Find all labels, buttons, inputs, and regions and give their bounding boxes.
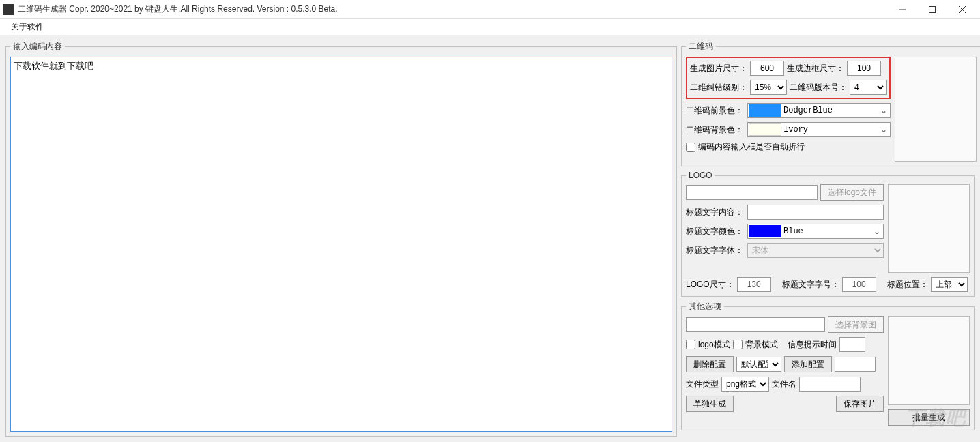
- title-font-size-input[interactable]: [842, 277, 876, 292]
- title-pos-label: 标题位置：: [887, 279, 928, 291]
- border-size-label: 生成边框尺寸：: [787, 63, 844, 74]
- wrap-checkbox-wrap[interactable]: 编码内容输入框是否自动折行: [686, 141, 805, 153]
- single-generate-button[interactable]: 单独生成: [686, 396, 734, 412]
- bg-color-swatch: [749, 123, 781, 136]
- logo-preview: [888, 184, 970, 273]
- qrcode-legend: 二维码: [686, 41, 716, 53]
- bg-color-label: 二维码背景色：: [686, 124, 745, 136]
- batch-generate-button[interactable]: 批量生成: [888, 409, 970, 426]
- msg-time-input[interactable]: [839, 337, 865, 352]
- save-image-button[interactable]: 保存图片: [836, 396, 884, 412]
- title-color-swatch: [749, 225, 781, 237]
- logo-path-input[interactable]: [686, 185, 818, 200]
- other-group: 其他选项 选择背景图 logo模式 背景模式: [681, 301, 975, 430]
- version-label: 二维码版本号：: [790, 82, 847, 93]
- title-font-select[interactable]: 宋体: [747, 243, 884, 258]
- chevron-down-icon: ⌄: [878, 125, 890, 134]
- wrap-checkbox[interactable]: [686, 143, 695, 152]
- title-font-label: 标题文字字体：: [686, 245, 745, 256]
- other-legend: 其他选项: [686, 301, 724, 312]
- highlight-box: 生成图片尺寸： 生成边框尺寸： 二维纠错级别： 15% 二维码版本号： 4: [686, 57, 891, 99]
- logo-group: LOGO 选择logo文件 标题文字内容： 标题文字颜色：: [681, 171, 975, 297]
- window-controls: [887, 0, 977, 19]
- title-text-input[interactable]: [747, 205, 884, 220]
- ec-level-select[interactable]: 15%: [750, 80, 787, 95]
- select-bg-button[interactable]: 选择背景图: [828, 316, 884, 333]
- file-type-select[interactable]: png格式: [721, 377, 769, 392]
- title-color-select[interactable]: Blue ⌄: [747, 224, 884, 239]
- delete-config-button[interactable]: 删除配置: [686, 356, 734, 372]
- other-preview: [888, 316, 970, 405]
- chevron-down-icon: ⌄: [878, 106, 890, 115]
- close-button[interactable]: [947, 0, 977, 19]
- select-logo-button[interactable]: 选择logo文件: [820, 184, 884, 201]
- titlebar: 二维码生成器 Copr. 2020~2021 by 键盘人生.All Right…: [0, 0, 980, 19]
- bg-mode-wrap[interactable]: 背景模式: [733, 339, 778, 351]
- logo-mode-wrap[interactable]: logo模式: [686, 339, 730, 351]
- menu-about[interactable]: 关于软件: [5, 20, 49, 34]
- input-panel: 输入编码内容: [5, 41, 677, 437]
- menubar: 关于软件: [0, 19, 980, 35]
- title-text-label: 标题文字内容：: [686, 207, 745, 218]
- default-config-select[interactable]: 默认配置: [736, 357, 781, 372]
- title-font-size-label: 标题文字字号：: [782, 279, 839, 291]
- img-size-input[interactable]: [750, 61, 784, 76]
- fg-color-select[interactable]: DodgerBlue ⌄: [747, 103, 891, 118]
- file-name-label: 文件名: [772, 379, 796, 390]
- svg-rect-1: [929, 6, 936, 12]
- bg-color-select[interactable]: Ivory ⌄: [747, 122, 891, 137]
- app-icon: [3, 4, 14, 15]
- fg-color-swatch: [749, 104, 781, 117]
- logo-size-input[interactable]: [737, 277, 771, 292]
- maximize-button[interactable]: [917, 0, 947, 19]
- border-size-input[interactable]: [847, 61, 881, 76]
- encode-content-textarea[interactable]: [10, 57, 672, 432]
- file-name-input[interactable]: [799, 377, 861, 392]
- bg-image-path-input[interactable]: [686, 317, 825, 332]
- bg-mode-checkbox[interactable]: [733, 340, 743, 349]
- config-name-input[interactable]: [835, 357, 876, 372]
- qrcode-group: 二维码 生成图片尺寸： 生成边框尺寸： 二维纠错级别： 15% 二维: [681, 41, 980, 166]
- fg-color-label: 二维码前景色：: [686, 105, 745, 117]
- add-config-button[interactable]: 添加配置: [784, 356, 832, 372]
- logo-mode-checkbox[interactable]: [686, 340, 695, 349]
- msg-time-label: 信息提示时间: [788, 339, 837, 351]
- minimize-button[interactable]: [887, 0, 917, 19]
- img-size-label: 生成图片尺寸：: [690, 63, 747, 74]
- title-pos-select[interactable]: 上部: [931, 277, 968, 292]
- logo-size-label: LOGO尺寸：: [686, 279, 734, 291]
- title-color-label: 标题文字颜色：: [686, 226, 745, 237]
- chevron-down-icon: ⌄: [871, 226, 883, 236]
- file-type-label: 文件类型: [686, 379, 719, 390]
- ec-level-label: 二维纠错级别：: [690, 82, 747, 93]
- window-title: 二维码生成器 Copr. 2020~2021 by 键盘人生.All Right…: [18, 3, 887, 15]
- qrcode-preview: [895, 57, 977, 162]
- version-select[interactable]: 4: [850, 80, 887, 95]
- logo-legend: LOGO: [686, 171, 715, 180]
- input-legend: 输入编码内容: [10, 41, 65, 53]
